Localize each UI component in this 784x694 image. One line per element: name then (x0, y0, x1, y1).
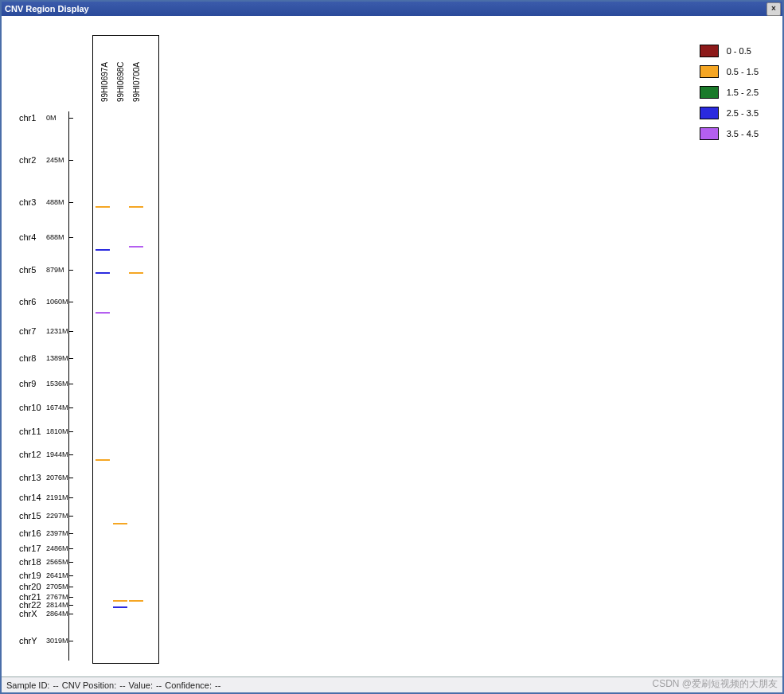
title-bar: CNV Region Display × (2, 2, 782, 16)
chr-label: chr6 (19, 297, 36, 306)
pos-label: 2565M (46, 558, 68, 566)
pos-label: 1674M (46, 404, 68, 411)
chr-label: chr12 (19, 450, 41, 459)
chr-label: chr18 (19, 557, 41, 567)
cnv-segment[interactable] (129, 206, 143, 208)
y-tick (68, 605, 73, 606)
pos-label: 2767M (46, 593, 68, 601)
status-bar: Sample ID: -- CNV Position: -- Value: --… (2, 676, 782, 692)
pos-label: 2191M (46, 493, 68, 501)
status-sample-id-label: Sample ID: (6, 680, 49, 690)
cnv-segment[interactable] (96, 459, 110, 461)
y-tick (68, 160, 73, 161)
legend-swatch (700, 127, 719, 140)
chr-label: chr2 (19, 155, 36, 165)
legend-label: 1.5 - 2.5 (727, 88, 759, 97)
legend: 0 - 0.5 0.5 - 1.5 1.5 - 2.5 2.5 - 3.5 3.… (700, 45, 759, 140)
chr-label: chr8 (19, 353, 36, 363)
y-tick (68, 548, 73, 549)
chr-label: chr20 (19, 582, 41, 591)
legend-swatch (700, 86, 719, 99)
y-tick (68, 533, 73, 534)
chr-label: chrY (19, 636, 37, 645)
sample-header: 99HI0700A (132, 40, 141, 102)
chr-label: chrX (19, 609, 37, 618)
chr-label: chr16 (19, 528, 41, 538)
cnv-segment[interactable] (129, 246, 143, 248)
pos-label: 2486M (46, 544, 68, 552)
y-tick (68, 597, 73, 598)
chr-label: chr13 (19, 473, 41, 482)
sample-header: 99HI0697A (100, 40, 109, 102)
chr-label: chr14 (19, 493, 41, 502)
y-tick (68, 478, 73, 478)
chr-label: chr7 (19, 326, 36, 336)
pos-label: 3019M (46, 637, 68, 645)
legend-item: 0.5 - 1.5 (700, 65, 759, 78)
y-tick (68, 407, 73, 408)
chr-label: chr4 (19, 232, 36, 242)
y-tick (68, 516, 73, 517)
legend-label: 2.5 - 3.5 (727, 108, 759, 118)
legend-item: 3.5 - 4.5 (700, 127, 759, 140)
y-tick (68, 270, 73, 271)
chr-label: chr1 (19, 113, 36, 123)
chr-label: chr5 (19, 265, 36, 275)
cnv-segment[interactable] (113, 606, 127, 608)
chr-label: chr3 (19, 197, 36, 207)
cnv-segment[interactable] (113, 600, 127, 602)
y-axis (68, 111, 69, 661)
status-conf-label: Confidence: (165, 680, 212, 690)
cnv-segment[interactable] (129, 600, 143, 602)
pos-label: 1389M (46, 354, 68, 362)
pos-label: 2864M (46, 610, 68, 618)
cnv-segment[interactable] (96, 249, 110, 251)
sample-header: 99HI0698C (116, 40, 125, 102)
close-icon[interactable]: × (766, 2, 781, 16)
legend-label: 3.5 - 4.5 (727, 129, 759, 138)
pos-label: 2076M (46, 474, 68, 482)
pos-label: 2814M (46, 601, 68, 609)
pos-label: 688M (46, 233, 64, 241)
pos-label: 2397M (46, 529, 68, 537)
y-tick (68, 431, 73, 432)
pos-label: 1944M (46, 450, 68, 458)
chr-label: chr15 (19, 511, 41, 520)
legend-item: 1.5 - 2.5 (700, 86, 759, 99)
legend-label: 0.5 - 1.5 (727, 67, 759, 76)
pos-label: 245M (46, 156, 64, 164)
cnv-segment[interactable] (113, 523, 127, 524)
pos-label: 0M (46, 114, 57, 122)
y-tick (68, 202, 73, 203)
window-title: CNV Region Display (5, 4, 89, 14)
pos-label: 2705M (46, 583, 68, 591)
status-sample-id-value: -- (53, 680, 58, 690)
y-tick (68, 237, 73, 238)
y-tick (68, 384, 73, 384)
y-tick (68, 575, 73, 576)
legend-swatch (700, 65, 719, 78)
y-tick (68, 562, 73, 563)
chr-label: chr9 (19, 379, 36, 388)
status-conf-value: -- (215, 680, 220, 690)
y-tick (68, 302, 73, 302)
y-tick (68, 614, 73, 614)
legend-label: 0 - 0.5 (727, 46, 751, 56)
y-tick (68, 331, 73, 332)
cnv-segment[interactable] (96, 206, 110, 208)
cnv-segment[interactable] (96, 312, 110, 314)
legend-item: 2.5 - 3.5 (700, 107, 759, 119)
status-value-value: -- (156, 680, 162, 690)
legend-swatch (700, 45, 719, 57)
cnv-segment[interactable] (96, 272, 110, 274)
chr-label: chr10 (19, 403, 41, 412)
pos-label: 1060M (46, 298, 68, 306)
chart-area: chr10Mchr2245Mchr3488Mchr4688Mchr5879Mch… (2, 16, 782, 675)
legend-swatch (700, 107, 719, 119)
y-tick (68, 454, 73, 455)
status-pos-value: -- (119, 680, 125, 690)
pos-label: 1231M (46, 327, 68, 335)
cnv-segment[interactable] (129, 272, 143, 274)
chr-label: chr11 (19, 427, 41, 436)
y-tick (68, 641, 73, 641)
